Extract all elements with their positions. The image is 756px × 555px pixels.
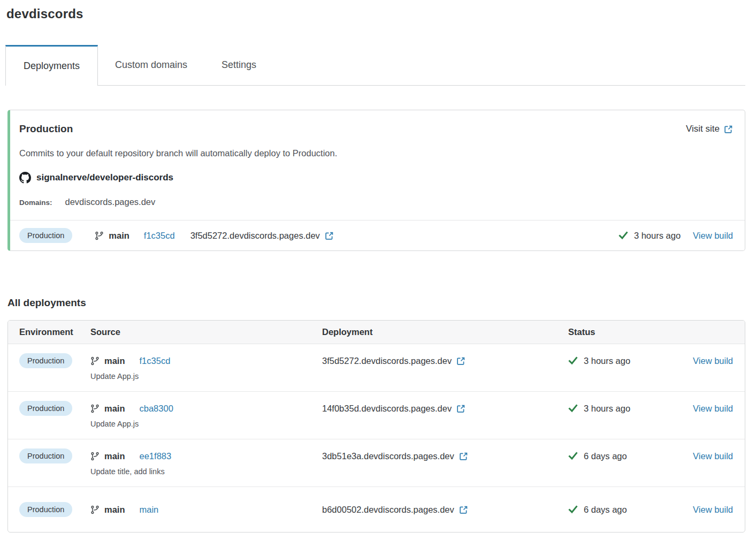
domains-value: devdiscords.pages.dev	[65, 197, 156, 207]
check-icon	[568, 356, 578, 366]
deployment-url: 3f5d5272.devdiscords.pages.dev	[190, 231, 320, 241]
commit-link[interactable]: f1c35cd	[140, 353, 171, 368]
production-card-title: Production	[19, 123, 73, 135]
commit-link[interactable]: main	[140, 502, 159, 517]
table-row: Production main f1c35cd Update App.js 3f…	[8, 344, 745, 392]
deployments-table: Environment Source Deployment Status Pro…	[7, 320, 745, 533]
external-link-icon[interactable]	[456, 356, 465, 366]
view-build-link[interactable]: View build	[693, 231, 733, 241]
environment-badge: Production	[19, 401, 72, 416]
check-icon	[618, 231, 628, 240]
git-branch-icon	[90, 356, 100, 366]
commit-link[interactable]: ee1f883	[140, 448, 172, 463]
branch-name: main	[104, 502, 125, 517]
status-time: 6 days ago	[584, 502, 627, 517]
tab-settings[interactable]: Settings	[204, 45, 273, 85]
view-build-link[interactable]: View build	[693, 353, 733, 368]
environment-badge: Production	[19, 448, 72, 463]
check-icon	[568, 451, 578, 461]
branch-name: main	[109, 231, 129, 241]
commit-message: Update title, add links	[90, 466, 322, 477]
external-link-icon[interactable]	[325, 231, 334, 240]
domains-label: Domains:	[19, 199, 52, 207]
status-time: 6 days ago	[584, 448, 627, 463]
deployment-url: 3db51e3a.devdiscords.pages.dev	[322, 448, 454, 463]
production-deployment-row: Production main f1c35cd 3f5d5272.devdisc…	[10, 220, 745, 250]
column-header-deployment: Deployment	[322, 327, 568, 337]
view-build-link[interactable]: View build	[693, 448, 733, 463]
commit-message: Update App.js	[90, 419, 322, 430]
check-icon	[568, 505, 578, 514]
repository-name[interactable]: signalnerve/developer-discords	[36, 172, 173, 183]
commit-link[interactable]: f1c35cd	[144, 231, 175, 241]
git-branch-icon	[90, 404, 100, 413]
tab-deployments[interactable]: Deployments	[5, 45, 98, 86]
external-link-icon	[724, 125, 733, 134]
branch-name: main	[104, 448, 125, 463]
tab-bar: Deployments Custom domains Settings	[6, 45, 745, 86]
column-header-source: Source	[90, 327, 322, 337]
github-icon	[19, 172, 31, 184]
view-build-link[interactable]: View build	[693, 401, 733, 416]
check-icon	[568, 404, 578, 413]
branch-name: main	[104, 401, 125, 416]
commit-link[interactable]: cba8300	[140, 401, 173, 416]
deployment-url: 14f0b35d.devdiscords.pages.dev	[322, 401, 452, 416]
column-header-environment: Environment	[19, 327, 90, 337]
deployment-url: b6d00502.devdiscords.pages.dev	[322, 502, 454, 517]
table-row: Production main ee1f883 Update title, ad…	[8, 439, 745, 487]
external-link-icon[interactable]	[456, 404, 465, 413]
status-time: 3 hours ago	[584, 401, 630, 416]
production-card: Production Visit site Commits to your de…	[7, 110, 745, 251]
git-branch-icon	[90, 505, 100, 514]
commit-message: Update App.js	[90, 371, 322, 382]
status-time: 3 hours ago	[584, 353, 630, 368]
page-title: devdiscords	[6, 6, 745, 21]
column-header-status: Status	[568, 327, 681, 337]
external-link-icon[interactable]	[459, 452, 468, 461]
visit-site-label: Visit site	[686, 124, 720, 134]
status-time: 3 hours ago	[634, 231, 681, 241]
branch-name: main	[104, 353, 125, 368]
table-header-row: Environment Source Deployment Status	[8, 321, 745, 344]
view-build-link[interactable]: View build	[693, 502, 733, 517]
visit-site-link[interactable]: Visit site	[686, 124, 733, 134]
tab-custom-domains[interactable]: Custom domains	[98, 45, 204, 85]
table-row: Production main cba8300 Update App.js 14…	[8, 392, 745, 439]
deployments-table-body: Production main f1c35cd Update App.js 3f…	[8, 344, 745, 532]
environment-badge: Production	[19, 353, 72, 368]
deployment-url: 3f5d5272.devdiscords.pages.dev	[322, 353, 452, 368]
git-branch-icon	[90, 452, 100, 461]
table-row: Production main main b6d00502.devdiscord…	[8, 487, 745, 532]
environment-badge: Production	[19, 228, 72, 243]
git-branch-icon	[95, 231, 104, 240]
all-deployments-heading: All deployments	[7, 297, 745, 309]
environment-badge: Production	[19, 502, 72, 517]
external-link-icon[interactable]	[459, 505, 468, 514]
production-description: Commits to your default repository branc…	[19, 148, 733, 158]
